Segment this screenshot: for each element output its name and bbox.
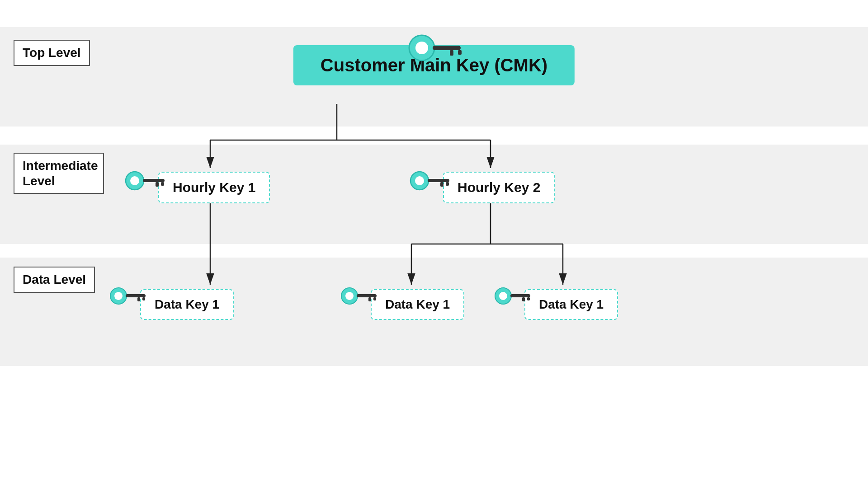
data-key-2-box: Data Key 1 bbox=[371, 289, 464, 320]
svg-rect-7 bbox=[143, 179, 165, 182]
svg-point-11 bbox=[415, 176, 424, 185]
hourly-key-1-label: Hourly Key 1 bbox=[173, 180, 255, 195]
svg-rect-23 bbox=[368, 297, 371, 301]
svg-point-21 bbox=[345, 292, 354, 300]
hourly-key-2-box: Hourly Key 2 bbox=[443, 172, 555, 203]
svg-rect-8 bbox=[156, 182, 159, 187]
svg-rect-4 bbox=[458, 50, 462, 55]
svg-rect-22 bbox=[357, 294, 377, 297]
data-key-2-label: Data Key 1 bbox=[385, 297, 450, 311]
svg-point-16 bbox=[114, 292, 123, 300]
hourly-key-2-label: Hourly Key 2 bbox=[458, 180, 540, 195]
svg-rect-9 bbox=[161, 182, 164, 186]
svg-rect-27 bbox=[510, 294, 530, 297]
svg-rect-14 bbox=[446, 182, 449, 186]
data-key-3-icon bbox=[492, 285, 533, 309]
svg-rect-17 bbox=[126, 294, 146, 297]
svg-rect-29 bbox=[527, 297, 530, 300]
svg-rect-19 bbox=[142, 297, 145, 300]
svg-rect-28 bbox=[522, 297, 525, 301]
intermediate-level-text: Intermediate Level bbox=[23, 159, 98, 188]
data-key-1-box: Data Key 1 bbox=[140, 289, 234, 320]
svg-rect-12 bbox=[428, 179, 449, 182]
cmk-key-icon bbox=[405, 31, 463, 66]
top-level-text: Top Level bbox=[23, 46, 81, 60]
svg-rect-2 bbox=[433, 46, 461, 50]
data-key-3-box: Data Key 1 bbox=[524, 289, 618, 320]
svg-point-6 bbox=[130, 176, 139, 185]
data-level-text: Data Level bbox=[23, 272, 86, 286]
data-key-1-icon bbox=[107, 285, 148, 309]
data-level-label: Data Level bbox=[14, 267, 95, 293]
svg-rect-13 bbox=[440, 182, 443, 187]
svg-rect-3 bbox=[450, 50, 453, 56]
svg-rect-24 bbox=[373, 297, 376, 300]
hourly-key-2-icon bbox=[407, 168, 452, 195]
hourly-key-1-box: Hourly Key 1 bbox=[158, 172, 270, 203]
top-level-label: Top Level bbox=[14, 40, 90, 66]
data-key-2-icon bbox=[338, 285, 379, 309]
svg-rect-18 bbox=[137, 297, 140, 301]
data-key-1-label: Data Key 1 bbox=[155, 297, 219, 311]
svg-point-1 bbox=[415, 42, 428, 54]
data-key-3-label: Data Key 1 bbox=[539, 297, 604, 311]
svg-point-26 bbox=[499, 292, 507, 300]
hourly-key-1-icon bbox=[122, 168, 167, 195]
intermediate-level-label: Intermediate Level bbox=[14, 153, 104, 194]
